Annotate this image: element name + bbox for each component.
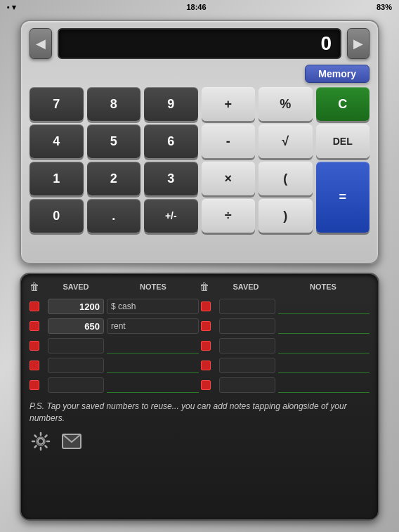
note-value-2[interactable]	[48, 338, 104, 353]
notes-col2-header: 🗑 SAVED NOTES	[200, 281, 369, 292]
btn-9[interactable]: 9	[144, 87, 198, 121]
col2-saved-label: SAVED	[218, 283, 274, 291]
note-value-4[interactable]	[48, 377, 104, 393]
btn-plusminus[interactable]: +/-	[144, 199, 198, 233]
gear-icon	[31, 432, 51, 451]
btn-6[interactable]: 6	[144, 124, 198, 158]
btn-equals[interactable]: =	[316, 162, 370, 233]
nav-right-button[interactable]: ▶	[347, 28, 369, 59]
notes-body: 1200 $ cash 650 rent	[30, 297, 369, 395]
battery-indicator: 83%	[377, 3, 392, 11]
button-grid: 7 8 9 + % C 4 5 6 - √ DEL 1 2 3 × ( = 0 …	[30, 87, 369, 233]
trash-icon-left[interactable]: 🗑	[30, 281, 45, 292]
notes-panel: 🗑 SAVED NOTES 🗑 SAVED NOTES 1200 $ cash	[20, 273, 379, 521]
notes-right-col	[201, 297, 370, 395]
btn-3[interactable]: 3	[144, 162, 198, 195]
notes-header: 🗑 SAVED NOTES 🗑 SAVED NOTES	[30, 281, 369, 292]
btn-del[interactable]: DEL	[316, 124, 370, 158]
btn-lparen[interactable]: (	[259, 162, 313, 195]
nav-left-button[interactable]: ◀	[30, 28, 52, 59]
status-bar: ▪ ▾ 18:46 83%	[0, 0, 399, 14]
btn-divide[interactable]: ÷	[202, 199, 256, 233]
note-line-r2[interactable]	[278, 338, 370, 353]
note-checkbox-2[interactable]	[30, 341, 39, 351]
note-checkbox-3[interactable]	[30, 361, 39, 370]
note-line-r3[interactable]	[278, 358, 370, 373]
col1-notes-label: NOTES	[107, 283, 200, 291]
note-value-r1[interactable]	[219, 318, 275, 334]
note-value-3[interactable]	[48, 358, 104, 373]
note-row-r4	[201, 375, 370, 395]
note-value-r3[interactable]	[219, 358, 275, 373]
note-value-1[interactable]: 650	[48, 318, 104, 334]
btn-clear[interactable]: C	[316, 87, 370, 121]
note-checkbox-1[interactable]	[30, 321, 39, 331]
note-line-3[interactable]	[107, 358, 199, 373]
memory-row: Memory	[30, 65, 369, 83]
note-row-r0	[201, 297, 370, 316]
btn-5[interactable]: 5	[87, 124, 141, 158]
status-time: 18:46	[186, 3, 206, 11]
btn-dot[interactable]: .	[87, 199, 141, 233]
calculator-panel: ◀ 0 ▶ Memory 7 8 9 + % C 4 5 6 - √ DEL 1…	[20, 20, 379, 264]
note-checkbox-4[interactable]	[30, 380, 39, 390]
btn-4[interactable]: 4	[30, 124, 84, 158]
ps-text: P.S. Tap your saved numbers to reuse... …	[30, 401, 369, 424]
wifi-icon: ▪ ▾	[7, 3, 16, 12]
btn-plus[interactable]: +	[202, 87, 256, 121]
display-value: 0	[320, 32, 332, 55]
status-left: ▪ ▾	[7, 3, 16, 12]
note-row-r1	[201, 316, 370, 336]
status-right: 83%	[377, 3, 392, 11]
btn-sqrt[interactable]: √	[259, 124, 313, 158]
note-row-4	[30, 375, 199, 395]
note-value-0[interactable]: 1200	[48, 299, 104, 314]
note-checkbox-r4[interactable]	[201, 380, 211, 390]
btn-1[interactable]: 1	[30, 162, 84, 195]
note-line-r1[interactable]	[278, 318, 370, 334]
note-row-1: 650 rent	[30, 316, 199, 336]
note-value-r4[interactable]	[219, 377, 275, 393]
note-row-0: 1200 $ cash	[30, 297, 199, 316]
btn-minus[interactable]: -	[202, 124, 256, 158]
note-value-r0[interactable]	[219, 299, 275, 314]
note-checkbox-r0[interactable]	[201, 301, 211, 311]
note-checkbox-0[interactable]	[30, 301, 39, 311]
note-checkbox-r2[interactable]	[201, 341, 211, 351]
notes-col1-header: 🗑 SAVED NOTES	[30, 281, 200, 292]
col1-saved-label: SAVED	[48, 283, 104, 291]
note-row-3	[30, 356, 199, 375]
mail-icon	[62, 434, 81, 449]
btn-7[interactable]: 7	[30, 87, 84, 121]
notes-left-col: 1200 $ cash 650 rent	[30, 297, 199, 395]
settings-button[interactable]	[30, 430, 52, 453]
display-screen: 0	[58, 28, 341, 59]
note-line-4[interactable]	[107, 377, 199, 393]
btn-8[interactable]: 8	[87, 87, 141, 121]
note-row-r3	[201, 356, 370, 375]
note-value-r2[interactable]	[219, 338, 275, 353]
trash-icon-right[interactable]: 🗑	[200, 281, 215, 292]
btn-2[interactable]: 2	[87, 162, 141, 195]
display-row: ◀ 0 ▶	[30, 28, 369, 59]
note-text-1[interactable]: rent	[107, 318, 199, 334]
mail-button[interactable]	[60, 430, 83, 453]
note-row-2	[30, 336, 199, 356]
note-text-0[interactable]: $ cash	[107, 299, 199, 314]
note-line-r4[interactable]	[278, 377, 370, 393]
note-checkbox-r1[interactable]	[201, 321, 211, 331]
note-line-2[interactable]	[107, 338, 199, 353]
note-checkbox-r3[interactable]	[201, 361, 211, 370]
note-row-r2	[201, 336, 370, 356]
col2-notes-label: NOTES	[277, 283, 369, 291]
note-line-r0[interactable]	[278, 299, 370, 314]
memory-button[interactable]: Memory	[305, 65, 369, 83]
btn-percent[interactable]: %	[259, 87, 313, 121]
btn-multiply[interactable]: ×	[202, 162, 256, 195]
btn-0[interactable]: 0	[30, 199, 84, 233]
svg-point-0	[38, 439, 44, 444]
bottom-icons	[30, 430, 369, 453]
btn-rparen[interactable]: )	[259, 199, 313, 233]
